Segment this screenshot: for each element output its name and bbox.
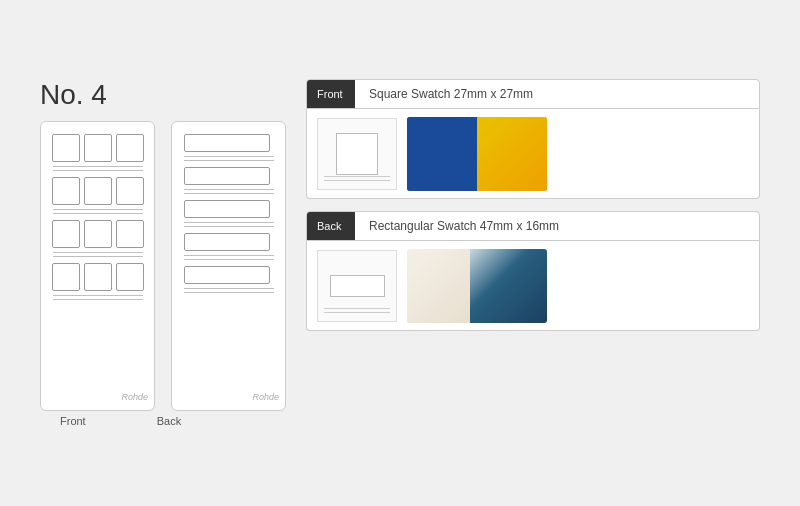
line <box>184 193 274 194</box>
rect-swatch <box>184 233 270 251</box>
back-swatch-preview <box>306 241 760 331</box>
front-lines-3 <box>53 252 143 257</box>
front-tag: Front <box>307 80 355 108</box>
preview-line <box>324 180 390 181</box>
line <box>53 209 143 210</box>
back-swatch-photo <box>407 249 547 323</box>
line <box>53 166 143 167</box>
swatch-cell <box>52 177 80 205</box>
rect-swatch <box>184 167 270 185</box>
swatch-cell <box>116 220 144 248</box>
back-swatch-title: Rectangular Swatch 47mm x 16mm <box>355 219 573 233</box>
line <box>184 288 274 289</box>
line <box>53 299 143 300</box>
swatch-cell <box>116 263 144 291</box>
back-rect-row-4 <box>184 233 274 251</box>
right-section: Front Square Swatch 27mm x 27mm <box>306 79 760 331</box>
swatch-cell <box>84 177 112 205</box>
rect-swatch <box>184 266 270 284</box>
front-row-2 <box>52 177 144 205</box>
back-label: Back <box>157 415 181 427</box>
back-card-content <box>178 130 279 299</box>
back-info-header: Back Rectangular Swatch 47mm x 16mm <box>306 211 760 241</box>
line <box>184 292 274 293</box>
front-photo-content <box>407 117 547 191</box>
preview-line <box>324 308 390 309</box>
swatch-cell <box>84 220 112 248</box>
back-tag: Back <box>307 212 355 240</box>
swatch-cell <box>116 177 144 205</box>
back-tag-text: Back <box>317 220 341 232</box>
page-number: No. 4 <box>40 79 286 111</box>
line <box>184 259 274 260</box>
back-rect-row-1 <box>184 134 274 152</box>
front-lines-4 <box>53 295 143 300</box>
swatch-cell <box>52 220 80 248</box>
line <box>53 252 143 253</box>
left-section: No. 4 <box>40 79 286 427</box>
front-swatch-preview <box>306 109 760 199</box>
back-rect-row-2 <box>184 167 274 185</box>
back-lines-5 <box>184 288 274 293</box>
rect-swatch <box>184 134 270 152</box>
front-tag-text: Front <box>317 88 343 100</box>
line <box>53 170 143 171</box>
back-preview-card <box>317 250 397 322</box>
back-lines-2 <box>184 189 274 194</box>
line <box>184 156 274 157</box>
line <box>53 256 143 257</box>
front-label: Front <box>60 415 86 427</box>
front-preview-card <box>317 118 397 190</box>
swatch-cell <box>52 134 80 162</box>
back-rect-row-5 <box>184 266 274 284</box>
line <box>184 255 274 256</box>
back-photo-content <box>407 249 547 323</box>
front-info-header: Front Square Swatch 27mm x 27mm <box>306 79 760 109</box>
front-swatch-title: Square Swatch 27mm x 27mm <box>355 87 547 101</box>
swatch-cell <box>116 134 144 162</box>
back-swatch-block: Back Rectangular Swatch 47mm x 16mm <box>306 211 760 331</box>
line <box>184 222 274 223</box>
front-card-content <box>47 130 148 306</box>
back-card: Rohde <box>171 121 286 411</box>
line <box>184 226 274 227</box>
bottom-labels: Front Back <box>40 415 286 427</box>
front-swatch-photo <box>407 117 547 191</box>
swatch-cell <box>84 134 112 162</box>
preview-line <box>324 176 390 177</box>
front-card-script: Rohde <box>121 392 148 402</box>
back-rect-swatch <box>330 275 385 297</box>
front-swatch-block: Front Square Swatch 27mm x 27mm <box>306 79 760 199</box>
rect-swatch <box>184 200 270 218</box>
swatch-cell <box>84 263 112 291</box>
front-inner-swatch <box>336 133 378 175</box>
back-card-script: Rohde <box>252 392 279 402</box>
line <box>184 189 274 190</box>
back-rect-row-3 <box>184 200 274 218</box>
front-row-3 <box>52 220 144 248</box>
front-row-1 <box>52 134 144 162</box>
main-container: No. 4 <box>0 49 800 457</box>
back-lines-3 <box>184 222 274 227</box>
back-lines-1 <box>184 156 274 161</box>
swatch-cell <box>52 263 80 291</box>
front-row-4 <box>52 263 144 291</box>
front-card: Rohde <box>40 121 155 411</box>
preview-line <box>324 312 390 313</box>
cards-row: Rohde <box>40 121 286 411</box>
line <box>53 295 143 296</box>
line <box>184 160 274 161</box>
line <box>53 213 143 214</box>
front-lines-1 <box>53 166 143 171</box>
back-lines-4 <box>184 255 274 260</box>
front-lines-2 <box>53 209 143 214</box>
